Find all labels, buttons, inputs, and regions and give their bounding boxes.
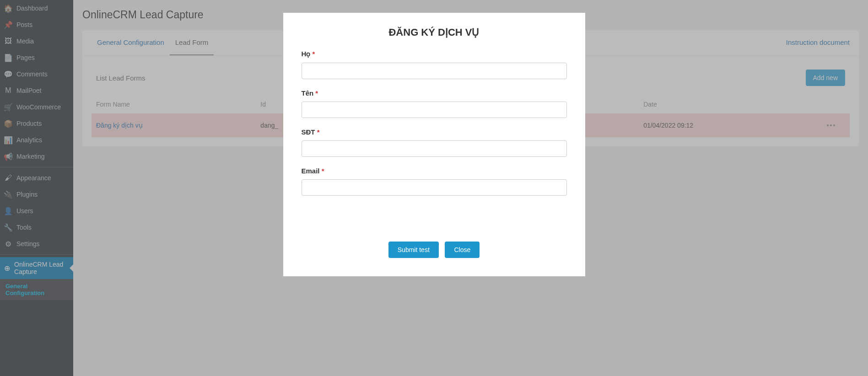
label-sdt: SĐT * [302,128,567,136]
form-group-ten: Tên * [302,89,567,118]
input-email[interactable] [302,179,567,196]
label-ho: Họ * [302,50,567,58]
required-indicator: * [317,128,320,136]
form-group-sdt: SĐT * [302,128,567,157]
form-group-ho: Họ * [302,50,567,79]
input-ten[interactable] [302,102,567,118]
required-indicator: * [313,50,315,58]
close-button[interactable]: Close [445,242,480,258]
modal-title: ĐĂNG KÝ DỊCH VỤ [302,27,567,38]
submit-test-button[interactable]: Submit test [388,242,439,258]
required-indicator: * [315,89,318,97]
required-indicator: * [322,167,324,175]
label-ten: Tên * [302,89,567,97]
modal-footer: Submit test Close [302,242,567,258]
form-group-email: Email * [302,167,567,196]
registration-modal: ĐĂNG KÝ DỊCH VỤ Họ * Tên * SĐT * Email *… [283,13,585,276]
label-email: Email * [302,167,567,175]
input-sdt[interactable] [302,140,567,157]
input-ho[interactable] [302,63,567,79]
